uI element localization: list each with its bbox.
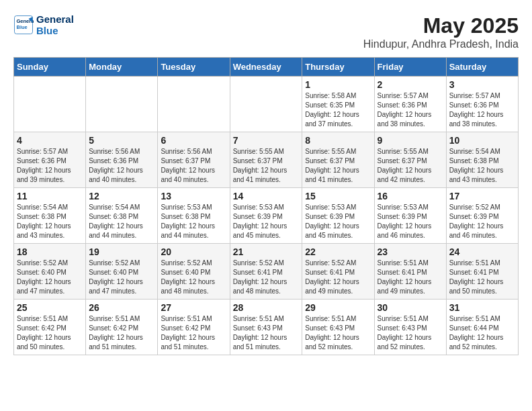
calendar-cell: 21Sunrise: 5:52 AM Sunset: 6:41 PM Dayli… [230, 244, 302, 300]
calendar-cell: 22Sunrise: 5:52 AM Sunset: 6:41 PM Dayli… [302, 244, 374, 300]
day-number: 3 [449, 79, 515, 90]
calendar-cell: 7Sunrise: 5:55 AM Sunset: 6:37 PM Daylig… [230, 132, 302, 188]
calendar-cell: 14Sunrise: 5:53 AM Sunset: 6:39 PM Dayli… [230, 188, 302, 244]
day-number: 7 [233, 135, 300, 146]
day-info: Sunrise: 5:51 AM Sunset: 6:43 PM Dayligh… [305, 314, 371, 352]
calendar-cell [86, 77, 158, 132]
day-number: 17 [449, 191, 515, 201]
day-info: Sunrise: 5:51 AM Sunset: 6:42 PM Dayligh… [17, 314, 83, 352]
calendar-cell: 8Sunrise: 5:55 AM Sunset: 6:37 PM Daylig… [302, 132, 374, 188]
day-number: 24 [449, 246, 515, 257]
subtitle: Hindupur, Andhra Pradesh, India [363, 38, 519, 50]
calendar-cell: 28Sunrise: 5:51 AM Sunset: 6:43 PM Dayli… [230, 300, 302, 355]
week-row-1: 1Sunrise: 5:58 AM Sunset: 6:35 PM Daylig… [14, 77, 519, 132]
day-number: 16 [378, 191, 443, 201]
calendar-cell: 11Sunrise: 5:54 AM Sunset: 6:38 PM Dayli… [14, 188, 86, 244]
day-info: Sunrise: 5:58 AM Sunset: 6:35 PM Dayligh… [305, 91, 371, 129]
day-number: 29 [305, 302, 371, 313]
week-row-5: 25Sunrise: 5:51 AM Sunset: 6:42 PM Dayli… [14, 300, 519, 355]
day-number: 13 [161, 191, 226, 201]
header-monday: Monday [86, 58, 158, 77]
logo-icon: General Blue [13, 15, 34, 35]
header-wednesday: Wednesday [230, 58, 302, 77]
calendar-cell: 30Sunrise: 5:51 AM Sunset: 6:43 PM Dayli… [374, 300, 446, 355]
day-info: Sunrise: 5:51 AM Sunset: 6:44 PM Dayligh… [449, 314, 515, 352]
day-info: Sunrise: 5:52 AM Sunset: 6:40 PM Dayligh… [161, 259, 226, 296]
day-number: 31 [449, 302, 515, 313]
svg-text:Blue: Blue [17, 24, 28, 30]
day-number: 4 [17, 135, 83, 146]
day-number: 27 [161, 302, 226, 313]
day-info: Sunrise: 5:57 AM Sunset: 6:36 PM Dayligh… [378, 91, 443, 129]
day-number: 8 [305, 135, 371, 146]
calendar-cell: 18Sunrise: 5:52 AM Sunset: 6:40 PM Dayli… [14, 244, 86, 300]
calendar-cell: 27Sunrise: 5:51 AM Sunset: 6:42 PM Dayli… [158, 300, 230, 355]
day-info: Sunrise: 5:51 AM Sunset: 6:41 PM Dayligh… [449, 259, 515, 296]
day-info: Sunrise: 5:51 AM Sunset: 6:42 PM Dayligh… [89, 314, 154, 352]
day-info: Sunrise: 5:55 AM Sunset: 6:37 PM Dayligh… [378, 147, 443, 185]
calendar-cell: 5Sunrise: 5:56 AM Sunset: 6:36 PM Daylig… [86, 132, 158, 188]
calendar-cell: 10Sunrise: 5:54 AM Sunset: 6:38 PM Dayli… [446, 132, 518, 188]
calendar-cell: 23Sunrise: 5:51 AM Sunset: 6:41 PM Dayli… [374, 244, 446, 300]
day-number: 26 [89, 302, 154, 313]
day-info: Sunrise: 5:53 AM Sunset: 6:39 PM Dayligh… [305, 203, 371, 240]
day-info: Sunrise: 5:54 AM Sunset: 6:38 PM Dayligh… [89, 203, 154, 240]
calendar-cell: 2Sunrise: 5:57 AM Sunset: 6:36 PM Daylig… [374, 77, 446, 132]
day-info: Sunrise: 5:57 AM Sunset: 6:36 PM Dayligh… [449, 91, 515, 129]
calendar-cell: 6Sunrise: 5:56 AM Sunset: 6:37 PM Daylig… [158, 132, 230, 188]
day-info: Sunrise: 5:52 AM Sunset: 6:39 PM Dayligh… [449, 203, 515, 240]
day-info: Sunrise: 5:55 AM Sunset: 6:37 PM Dayligh… [305, 147, 371, 185]
calendar-cell [230, 77, 302, 132]
calendar-cell: 26Sunrise: 5:51 AM Sunset: 6:42 PM Dayli… [86, 300, 158, 355]
day-info: Sunrise: 5:51 AM Sunset: 6:41 PM Dayligh… [378, 259, 443, 296]
day-info: Sunrise: 5:57 AM Sunset: 6:36 PM Dayligh… [17, 147, 83, 185]
day-info: Sunrise: 5:51 AM Sunset: 6:43 PM Dayligh… [233, 314, 300, 352]
header-friday: Friday [374, 58, 446, 77]
day-info: Sunrise: 5:56 AM Sunset: 6:37 PM Dayligh… [161, 147, 226, 185]
day-number: 15 [305, 191, 371, 201]
calendar-cell: 15Sunrise: 5:53 AM Sunset: 6:39 PM Dayli… [302, 188, 374, 244]
day-number: 28 [233, 302, 300, 313]
calendar-cell [158, 77, 230, 132]
day-info: Sunrise: 5:52 AM Sunset: 6:41 PM Dayligh… [233, 259, 300, 296]
calendar-cell: 1Sunrise: 5:58 AM Sunset: 6:35 PM Daylig… [302, 77, 374, 132]
header-row: SundayMondayTuesdayWednesdayThursdayFrid… [14, 58, 519, 77]
calendar-cell: 19Sunrise: 5:52 AM Sunset: 6:40 PM Dayli… [86, 244, 158, 300]
header-saturday: Saturday [446, 58, 518, 77]
day-number: 25 [17, 302, 83, 313]
day-number: 12 [89, 191, 154, 201]
calendar-cell: 29Sunrise: 5:51 AM Sunset: 6:43 PM Dayli… [302, 300, 374, 355]
day-info: Sunrise: 5:52 AM Sunset: 6:40 PM Dayligh… [89, 259, 154, 296]
day-number: 2 [378, 79, 443, 90]
calendar-cell: 25Sunrise: 5:51 AM Sunset: 6:42 PM Dayli… [14, 300, 86, 355]
calendar-cell: 16Sunrise: 5:53 AM Sunset: 6:39 PM Dayli… [374, 188, 446, 244]
day-number: 18 [17, 246, 83, 257]
day-info: Sunrise: 5:53 AM Sunset: 6:38 PM Dayligh… [161, 203, 226, 240]
day-info: Sunrise: 5:53 AM Sunset: 6:39 PM Dayligh… [378, 203, 443, 240]
calendar-cell: 24Sunrise: 5:51 AM Sunset: 6:41 PM Dayli… [446, 244, 518, 300]
calendar-table: SundayMondayTuesdayWednesdayThursdayFrid… [13, 57, 519, 355]
day-info: Sunrise: 5:56 AM Sunset: 6:36 PM Dayligh… [89, 147, 154, 185]
day-info: Sunrise: 5:55 AM Sunset: 6:37 PM Dayligh… [233, 147, 300, 185]
header-thursday: Thursday [302, 58, 374, 77]
week-row-3: 11Sunrise: 5:54 AM Sunset: 6:38 PM Dayli… [14, 188, 519, 244]
calendar-cell: 13Sunrise: 5:53 AM Sunset: 6:38 PM Dayli… [158, 188, 230, 244]
day-info: Sunrise: 5:54 AM Sunset: 6:38 PM Dayligh… [17, 203, 83, 240]
header-sunday: Sunday [14, 58, 86, 77]
day-number: 14 [233, 191, 300, 201]
calendar-cell: 4Sunrise: 5:57 AM Sunset: 6:36 PM Daylig… [14, 132, 86, 188]
day-number: 1 [305, 79, 371, 90]
title-section: May 2025 Hindupur, Andhra Pradesh, India [363, 13, 519, 50]
day-number: 6 [161, 135, 226, 146]
day-number: 30 [378, 302, 443, 313]
day-number: 20 [161, 246, 226, 257]
day-number: 19 [89, 246, 154, 257]
header-tuesday: Tuesday [158, 58, 230, 77]
logo-text-line1: General [36, 13, 74, 25]
calendar-cell: 9Sunrise: 5:55 AM Sunset: 6:37 PM Daylig… [374, 132, 446, 188]
calendar-cell: 17Sunrise: 5:52 AM Sunset: 6:39 PM Dayli… [446, 188, 518, 244]
day-number: 22 [305, 246, 371, 257]
day-number: 9 [378, 135, 443, 146]
calendar-cell: 20Sunrise: 5:52 AM Sunset: 6:40 PM Dayli… [158, 244, 230, 300]
day-number: 5 [89, 135, 154, 146]
